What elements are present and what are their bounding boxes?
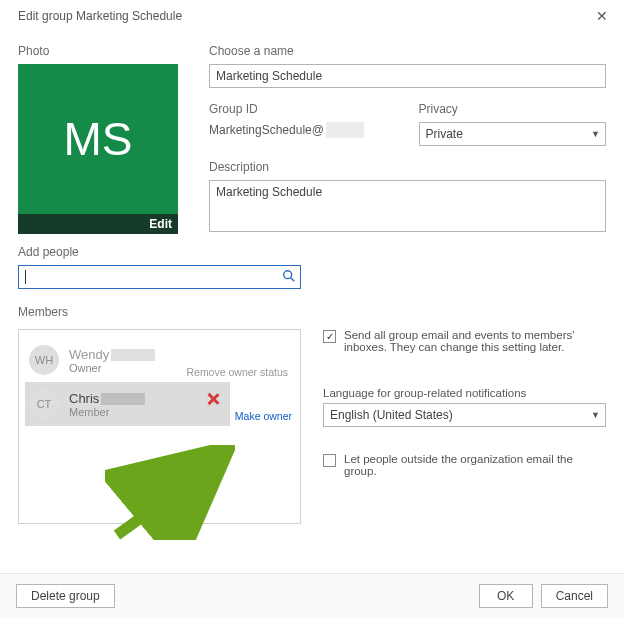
- search-icon[interactable]: [282, 269, 296, 286]
- remove-owner-status-link[interactable]: Remove owner status: [186, 366, 288, 378]
- language-select[interactable]: English (United States): [323, 403, 606, 427]
- name-label: Choose a name: [209, 44, 606, 58]
- addpeople-label: Add people: [18, 245, 606, 259]
- delete-group-button[interactable]: Delete group: [16, 584, 115, 608]
- remove-member-icon[interactable]: [206, 392, 220, 406]
- members-label: Members: [18, 305, 606, 319]
- description-input[interactable]: Marketing Schedule: [209, 180, 606, 232]
- privacy-select[interactable]: Private: [419, 122, 607, 146]
- avatar: WH: [29, 345, 59, 375]
- group-name-input[interactable]: [209, 64, 606, 88]
- member-name: Wendy: [69, 347, 155, 362]
- privacy-label: Privacy: [419, 102, 607, 116]
- photo-label: Photo: [18, 44, 183, 58]
- group-photo-tile[interactable]: MS Edit: [18, 64, 178, 234]
- member-role: Member: [69, 406, 145, 418]
- external-email-label: Let people outside the organization emai…: [344, 453, 606, 477]
- member-row-owner[interactable]: WH Wendy Owner Remove owner status: [25, 338, 294, 382]
- member-name: Chris: [69, 391, 145, 406]
- external-email-checkbox[interactable]: [323, 454, 336, 467]
- description-label: Description: [209, 160, 606, 174]
- name-redacted: [101, 393, 145, 405]
- member-row-selected[interactable]: CT Chris Member Make owner: [25, 382, 230, 426]
- addpeople-input[interactable]: [26, 269, 282, 285]
- send-email-checkbox[interactable]: [323, 330, 336, 343]
- groupid-value: MarketingSchedule@: [209, 122, 397, 138]
- member-role: Owner: [69, 362, 155, 374]
- addpeople-input-wrap[interactable]: [18, 265, 301, 289]
- ok-button[interactable]: OK: [479, 584, 533, 608]
- edit-photo-link[interactable]: Edit: [149, 217, 172, 231]
- avatar: CT: [29, 389, 59, 419]
- dialog-footer: Delete group OK Cancel: [0, 573, 624, 618]
- dialog-title: Edit group Marketing Schedule: [18, 9, 182, 23]
- svg-point-0: [284, 270, 292, 278]
- make-owner-link[interactable]: Make owner: [235, 410, 292, 422]
- members-list: WH Wendy Owner Remove owner status CT Ch…: [18, 329, 301, 524]
- groupid-label: Group ID: [209, 102, 397, 116]
- groupid-domain-redacted: [326, 122, 364, 138]
- svg-line-1: [291, 277, 295, 281]
- dialog-titlebar: Edit group Marketing Schedule ✕: [0, 0, 624, 36]
- close-icon[interactable]: ✕: [590, 6, 614, 26]
- group-initials: MS: [18, 64, 178, 214]
- language-label: Language for group-related notifications: [323, 387, 606, 399]
- name-redacted: [111, 349, 155, 361]
- cancel-button[interactable]: Cancel: [541, 584, 608, 608]
- send-email-label: Send all group email and events to membe…: [344, 329, 606, 353]
